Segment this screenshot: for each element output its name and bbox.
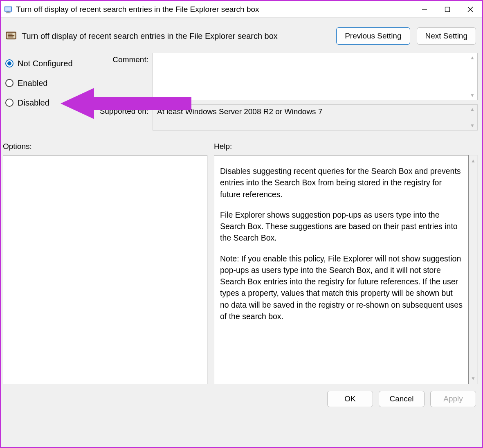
radio-icon xyxy=(5,99,13,107)
ok-button[interactable]: OK xyxy=(327,391,373,407)
policy-icon xyxy=(5,30,17,42)
help-paragraph: Note: If you enable this policy, File Ex… xyxy=(220,253,463,322)
svg-rect-3 xyxy=(6,12,11,13)
nav-buttons: Previous Setting Next Setting xyxy=(336,27,476,45)
help-panel: Disables suggesting recent queries for t… xyxy=(214,155,469,384)
section-labels: Options: Help: xyxy=(1,135,482,155)
supported-on-value: At least Windows Server 2008 R2 or Windo… xyxy=(153,104,478,131)
scroll-down-icon: ▼ xyxy=(470,123,476,128)
panels: Disables suggesting recent queries for t… xyxy=(1,155,482,384)
radio-label: Enabled xyxy=(18,79,47,88)
options-panel xyxy=(3,155,207,384)
maximize-button[interactable] xyxy=(436,1,459,17)
fields-column: Comment: ▲ ▼ Supported on: At least Wind… xyxy=(90,53,478,135)
help-label: Help: xyxy=(214,142,232,151)
svg-rect-10 xyxy=(8,34,13,34)
svg-rect-12 xyxy=(8,36,13,37)
svg-rect-11 xyxy=(8,35,14,36)
apply-button[interactable]: Apply xyxy=(430,391,476,407)
radio-disabled[interactable]: Disabled xyxy=(5,93,87,113)
supported-row: Supported on: At least Windows Server 20… xyxy=(90,104,478,131)
svg-rect-2 xyxy=(7,11,9,12)
options-label: Options: xyxy=(3,142,214,151)
supported-on-text: At least Windows Server 2008 R2 or Windo… xyxy=(157,107,322,116)
radio-icon xyxy=(5,79,13,87)
minimize-button[interactable] xyxy=(413,1,436,17)
comment-row: Comment: ▲ ▼ xyxy=(90,53,478,100)
scroll-up-icon: ▲ xyxy=(470,55,476,61)
window-controls xyxy=(413,1,482,17)
scroll-down-icon: ▼ xyxy=(470,92,476,98)
policy-app-icon xyxy=(4,5,13,14)
help-paragraph: File Explorer shows suggestion pop-ups a… xyxy=(220,209,463,244)
help-panel-wrap: Disables suggesting recent queries for t… xyxy=(214,155,478,384)
scroll-up-icon: ▲ xyxy=(471,158,476,164)
scroll-down-icon: ▼ xyxy=(471,376,476,381)
settings-row: Not Configured Enabled Disabled Comment:… xyxy=(1,53,482,135)
header-row: Turn off display of recent search entrie… xyxy=(1,18,482,53)
radio-label: Not Configured xyxy=(18,59,73,68)
help-scrollbar[interactable]: ▲ ▼ xyxy=(469,155,478,384)
supported-label: Supported on: xyxy=(90,104,153,131)
radio-label: Disabled xyxy=(18,98,49,108)
title-bar: Turn off display of recent search entrie… xyxy=(1,1,482,18)
previous-setting-button[interactable]: Previous Setting xyxy=(336,27,410,45)
footer-buttons: OK Cancel Apply xyxy=(1,384,482,411)
comment-textarea[interactable]: ▲ ▼ xyxy=(153,53,478,100)
content-area: Turn off display of recent search entrie… xyxy=(1,18,482,411)
state-radio-group: Not Configured Enabled Disabled xyxy=(5,53,87,135)
policy-title: Turn off display of recent search entrie… xyxy=(22,32,331,41)
radio-not-configured[interactable]: Not Configured xyxy=(5,54,87,73)
next-setting-button[interactable]: Next Setting xyxy=(417,27,476,45)
svg-rect-5 xyxy=(445,7,450,11)
radio-icon xyxy=(5,59,13,68)
radio-enabled[interactable]: Enabled xyxy=(5,73,87,93)
cancel-button[interactable]: Cancel xyxy=(379,391,425,407)
svg-rect-1 xyxy=(5,7,11,11)
window-title: Turn off display of recent search entrie… xyxy=(16,5,413,14)
help-paragraph: Disables suggesting recent queries for t… xyxy=(220,165,463,200)
scroll-up-icon: ▲ xyxy=(470,106,476,112)
close-button[interactable] xyxy=(459,1,482,17)
comment-label: Comment: xyxy=(90,53,153,100)
